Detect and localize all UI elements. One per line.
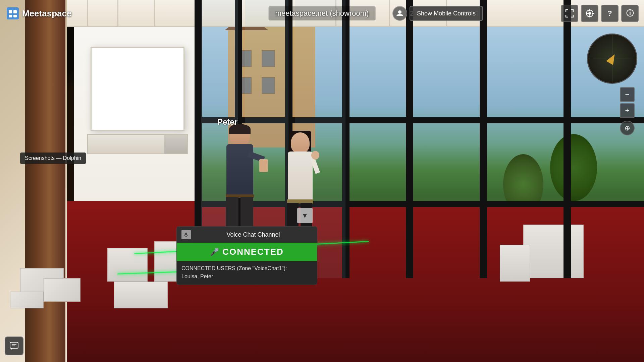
voice-chat-panel: Voice Chat Channel 🎤 CONNECTED CONNECTED…: [176, 226, 317, 285]
top-right-buttons: ? ⓘ: [561, 5, 639, 22]
pedestal-3: [114, 282, 168, 308]
info-button[interactable]: ⓘ: [621, 5, 639, 22]
chat-icon: [9, 341, 19, 351]
show-mobile-controls-button[interactable]: Show Mobile Controls: [410, 6, 483, 21]
collapse-arrow-icon: ▼: [302, 212, 308, 220]
fullscreen-icon: [565, 9, 574, 18]
svg-rect-3: [9, 15, 12, 17]
voice-users-list: Louisa, Peter: [181, 273, 312, 281]
zoom-plus-icon: +: [625, 106, 630, 115]
game-viewport: Peter Screenshots — Dolphin ▼: [0, 0, 644, 362]
svg-rect-0: [7, 7, 19, 19]
svg-rect-15: [10, 342, 18, 348]
zoom-minus-icon: −: [625, 90, 630, 99]
glass-bar-4: [406, 0, 413, 278]
pedestal-5: [500, 245, 530, 282]
zoom-controls: − + ⊕: [620, 87, 635, 135]
logo-text: Meetaspace: [22, 8, 71, 19]
picture-frame: [91, 47, 184, 131]
voice-connected-button[interactable]: 🎤 CONNECTED: [177, 243, 317, 261]
svg-rect-12: [185, 233, 187, 235]
compass-icon: ⊕: [625, 124, 630, 132]
minimap[interactable]: [587, 34, 637, 84]
chat-button[interactable]: [5, 337, 23, 355]
pedestal-4: [523, 225, 584, 278]
display-shelf: [87, 134, 188, 154]
voice-chat-header: Voice Chat Channel: [177, 227, 317, 243]
user-icon-button[interactable]: [392, 6, 407, 21]
collapse-arrow-button[interactable]: ▼: [297, 208, 313, 223]
zoom-plus-button[interactable]: +: [620, 103, 635, 118]
svg-rect-2: [13, 10, 17, 13]
info-icon: ⓘ: [626, 8, 634, 18]
fullscreen-button[interactable]: [561, 5, 578, 22]
svg-rect-4: [13, 15, 17, 17]
user-icon: [396, 9, 404, 17]
box-3: [10, 292, 44, 308]
box-2: [44, 278, 80, 302]
logo-area[interactable]: Meetaspace: [7, 7, 71, 19]
glass-bar-5: [480, 0, 487, 278]
voice-chat-title: Voice Chat Channel: [194, 231, 312, 238]
voice-users-label: CONNECTED USERS (Zone "VoiceChat1"):: [181, 264, 312, 273]
meetaspace-logo-icon: [7, 7, 19, 19]
svg-point-5: [398, 10, 401, 14]
screenshots-tooltip: Screenshots — Dolphin: [20, 153, 86, 164]
connected-status-text: CONNECTED: [222, 247, 284, 257]
mute-button[interactable]: [181, 230, 191, 239]
interior-ceiling: [67, 0, 644, 27]
help-button[interactable]: ?: [601, 5, 619, 22]
mute-icon: [184, 232, 189, 237]
svg-rect-1: [9, 10, 12, 13]
svg-point-7: [588, 12, 591, 15]
zoom-minus-button[interactable]: −: [620, 87, 635, 102]
target-icon: [585, 9, 594, 18]
compass-button[interactable]: ⊕: [620, 121, 635, 135]
mic-icon: 🎤: [210, 248, 219, 256]
target-button[interactable]: [581, 5, 598, 22]
help-icon: ?: [607, 9, 612, 18]
voice-chat-users: CONNECTED USERS (Zone "VoiceChat1"): Lou…: [177, 261, 317, 285]
glass-bar-6: [564, 0, 571, 278]
minimap-position: [611, 58, 613, 60]
